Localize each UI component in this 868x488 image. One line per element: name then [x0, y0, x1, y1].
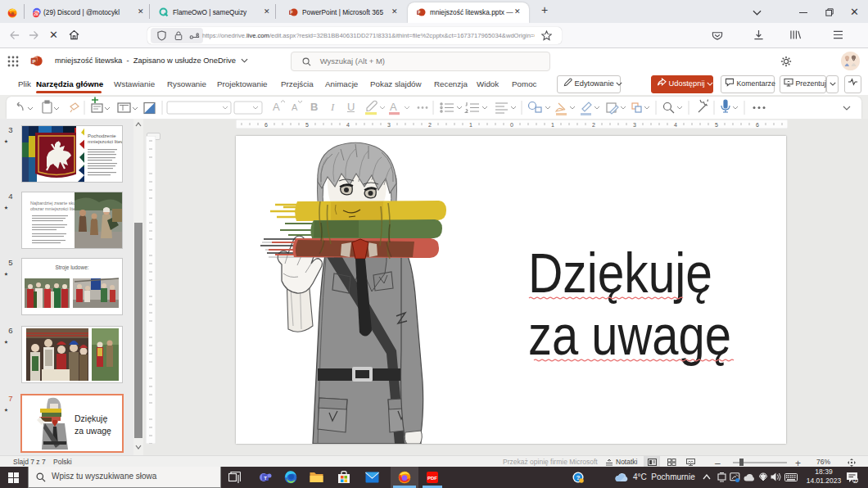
svg-text:A: A: [273, 101, 280, 113]
svg-text:mniejszości litewskiej: mniejszości litewskiej: [88, 139, 122, 144]
svg-text:B: B: [310, 101, 318, 113]
svg-text:1: 1: [551, 122, 554, 128]
svg-text:U: U: [347, 101, 355, 113]
svg-text:I: I: [330, 101, 335, 113]
svg-text:Dziękuję: Dziękuję: [528, 242, 712, 305]
svg-text:P: P: [418, 11, 420, 15]
svg-text:2: 2: [854, 477, 857, 483]
svg-text:P: P: [32, 59, 35, 64]
svg-text:PDF: PDF: [427, 476, 437, 481]
svg-text:1: 1: [469, 122, 472, 128]
svg-text:T: T: [264, 476, 267, 481]
svg-text:A: A: [390, 101, 397, 113]
svg-text:5: 5: [715, 122, 718, 128]
svg-text:Pochodzenie: Pochodzenie: [88, 133, 116, 138]
svg-text:P: P: [290, 11, 292, 15]
svg-text:za uwagę: za uwagę: [528, 304, 731, 367]
svg-text:2: 2: [592, 122, 595, 128]
svg-text:6: 6: [756, 122, 759, 128]
svg-text:0: 0: [510, 122, 513, 128]
svg-text:3: 3: [387, 122, 391, 128]
svg-text:Dziękuję: Dziękuję: [75, 413, 107, 423]
svg-text:6: 6: [264, 122, 268, 128]
svg-text:Stroje ludowe:: Stroje ludowe:: [55, 264, 88, 271]
svg-text:4: 4: [346, 122, 350, 128]
svg-text:29: 29: [34, 12, 38, 16]
svg-text:5: 5: [305, 122, 309, 128]
svg-text:3: 3: [633, 122, 636, 128]
svg-text:2: 2: [428, 122, 432, 128]
svg-text:4: 4: [674, 122, 677, 128]
svg-text:za uwagę: za uwagę: [75, 426, 111, 436]
svg-text:A: A: [292, 102, 298, 112]
